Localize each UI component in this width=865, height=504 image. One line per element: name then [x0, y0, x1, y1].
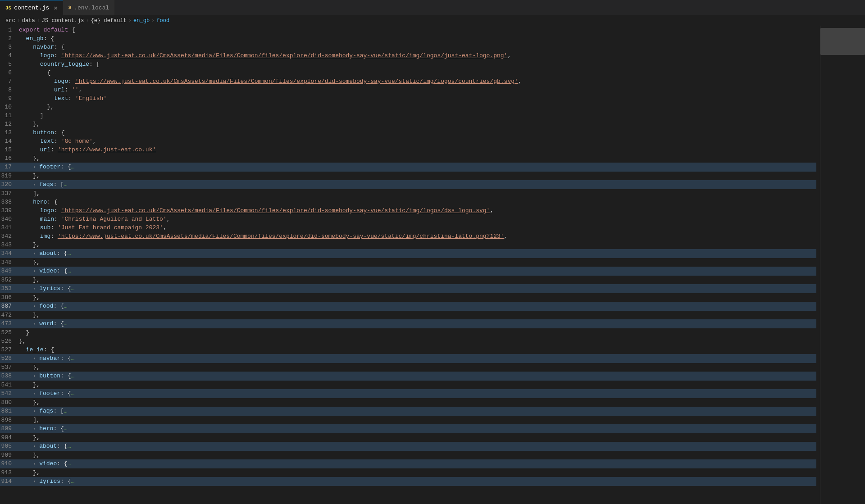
line-content: },: [19, 103, 816, 111]
comment-token: …: [64, 181, 68, 188]
fold-arrow[interactable]: ›: [33, 302, 39, 311]
fold-arrow[interactable]: ›: [33, 250, 39, 258]
token-punc: },: [33, 121, 40, 127]
token-prop: logo: [40, 207, 54, 214]
token-punc: :: [50, 224, 58, 231]
token-prop: lyrics: [39, 478, 60, 485]
line-content: logo: 'https://www.just-eat.co.uk/CmsAss…: [19, 206, 816, 215]
line-content: country_toggle: [: [19, 60, 816, 68]
line-content: },: [19, 311, 816, 319]
comment-token: …: [71, 163, 74, 170]
string-url-token: 'https://www.just-eat.co.uk/CmsAssets/me…: [75, 78, 518, 85]
token-prop: url: [54, 86, 64, 93]
line-content: },: [19, 398, 816, 407]
tab-env-local[interactable]: $ .env.local: [63, 0, 115, 15]
comment-token: …: [71, 478, 74, 485]
token-punc: :: [54, 52, 61, 59]
token-punc: :: [64, 86, 72, 93]
line-13: 13 button: {: [0, 128, 816, 137]
line-number: 473: [0, 319, 19, 328]
fold-arrow[interactable]: ›: [33, 442, 39, 451]
comment-token: …: [68, 268, 71, 274]
tab-bar: JS content.js ✕ $ .env.local: [0, 0, 865, 16]
string-url-token: 'https://www.just-eat.co.uk/CmsAssets/me…: [61, 52, 508, 59]
line-number: 880: [0, 398, 19, 407]
token-punc: : {: [57, 460, 67, 467]
line-number: 541: [0, 381, 19, 389]
line-number: 2: [0, 34, 19, 43]
token-punc: : {: [60, 163, 71, 170]
line-content: ›lyrics: {…: [19, 477, 816, 486]
line-4: 4 logo: 'https://www.just-eat.co.uk/CmsA…: [0, 51, 816, 60]
line-349: 349 ›video: {…: [0, 267, 816, 276]
fold-arrow[interactable]: ›: [33, 320, 39, 328]
token-prop: button: [39, 372, 60, 379]
line-number: 526: [0, 337, 19, 345]
line-content: ›video: {…: [19, 459, 816, 468]
line-content: text: 'Go home',: [19, 137, 816, 145]
token-str: 'Christina Aguilera and Latto': [61, 216, 167, 222]
token-punc: :: [54, 207, 61, 214]
line-number: 10: [0, 103, 19, 111]
line-number: 386: [0, 293, 19, 302]
fold-arrow[interactable]: ›: [33, 181, 39, 189]
fold-arrow[interactable]: ›: [33, 390, 39, 398]
token-str: 'English': [75, 95, 107, 102]
line-number: 15: [0, 145, 19, 154]
js-icon: JS: [5, 5, 11, 11]
fold-arrow[interactable]: ›: [33, 460, 39, 468]
line-10: 10 },: [0, 103, 816, 111]
token-prop: footer: [39, 163, 60, 170]
line-number: 537: [0, 363, 19, 372]
line-15: 15 url: 'https://www.just-eat.co.uk': [0, 145, 816, 154]
token-prop: url: [40, 146, 50, 153]
token-str: '': [72, 86, 79, 93]
close-icon[interactable]: ✕: [54, 5, 57, 11]
comment-token: …: [68, 460, 71, 467]
fold-arrow[interactable]: ›: [33, 285, 39, 293]
fold-arrow[interactable]: ›: [33, 477, 39, 486]
line-content: main: 'Christina Aguilera and Latto',: [19, 215, 816, 223]
line-909: 909 },: [0, 451, 816, 459]
line-number: 899: [0, 424, 19, 433]
token-prop: lyrics: [39, 285, 60, 292]
line-number: 913: [0, 468, 19, 477]
line-number: 472: [0, 311, 19, 319]
fold-arrow[interactable]: ›: [33, 372, 39, 381]
line-content: },: [19, 258, 816, 267]
line-content: ›faqs: […: [19, 180, 816, 189]
line-7: 7 logo: 'https://www.just-eat.co.uk/CmsA…: [0, 77, 816, 86]
line-content: ]: [19, 111, 816, 120]
line-number: 319: [0, 172, 19, 180]
token-prop: navbar: [33, 44, 54, 50]
fold-arrow[interactable]: ›: [33, 267, 39, 276]
fold-arrow[interactable]: ›: [33, 425, 39, 433]
token-punc: },: [47, 104, 54, 110]
token-punc: },: [33, 469, 40, 476]
line-472: 472 },: [0, 311, 816, 319]
token-punc: : {: [60, 285, 71, 292]
fold-arrow[interactable]: ›: [33, 407, 39, 416]
line-9: 9 text: 'English': [0, 94, 816, 103]
tab-content-js[interactable]: JS content.js ✕: [0, 0, 63, 15]
token-punc: },: [33, 173, 40, 179]
comment-token: …: [64, 408, 68, 414]
breadcrumb-default: {e} default: [91, 18, 127, 24]
token-punc: },: [33, 241, 40, 248]
line-number: 5: [0, 60, 19, 68]
code-area[interactable]: 1export default {2 en_gb: {3 navbar: {4 …: [0, 26, 820, 504]
line-number: 352: [0, 276, 19, 284]
line-number: 525: [0, 328, 19, 337]
fold-arrow[interactable]: ›: [33, 163, 39, 172]
line-number: 14: [0, 137, 19, 145]
line-number: 6: [0, 68, 19, 77]
token-kw2: default: [44, 27, 68, 33]
line-338: 338 hero: {: [0, 198, 816, 206]
fold-arrow[interactable]: ›: [33, 354, 39, 363]
breadcrumb-food: food: [156, 18, 169, 24]
token-punc: : {: [44, 35, 54, 42]
line-number: 343: [0, 241, 19, 249]
line-content: ›footer: {…: [19, 389, 816, 398]
token-punc: : [: [89, 61, 100, 68]
token-prop: faqs: [39, 408, 53, 414]
